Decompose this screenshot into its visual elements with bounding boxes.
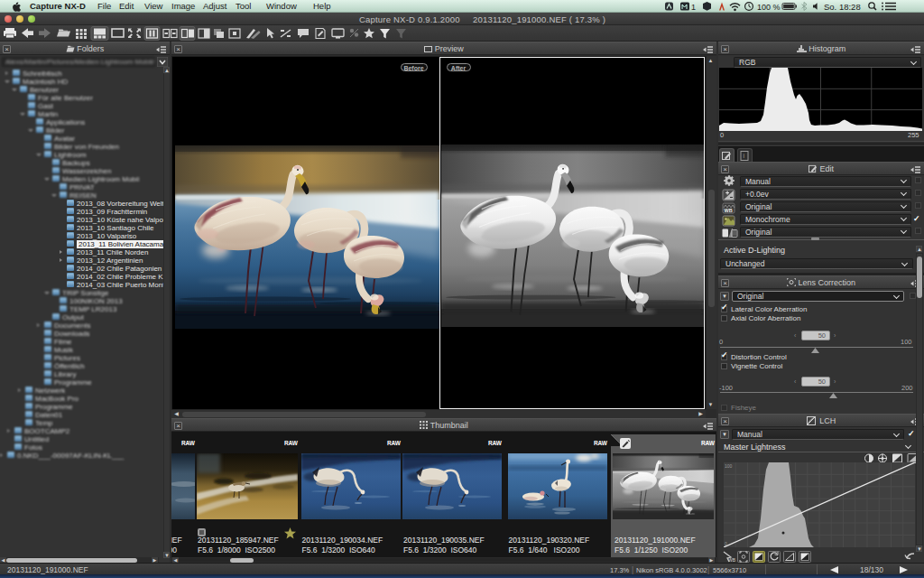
svg-text:i: i bbox=[744, 153, 745, 159]
svg-text:So. 18:28: So. 18:28 bbox=[824, 2, 861, 12]
svg-text:0: 0 bbox=[725, 541, 727, 546]
svg-text:100 %: 100 % bbox=[757, 3, 781, 12]
svg-text:WB: WB bbox=[725, 208, 733, 213]
svg-text:100: 100 bbox=[725, 463, 733, 469]
svg-text:1: 1 bbox=[691, 3, 696, 12]
